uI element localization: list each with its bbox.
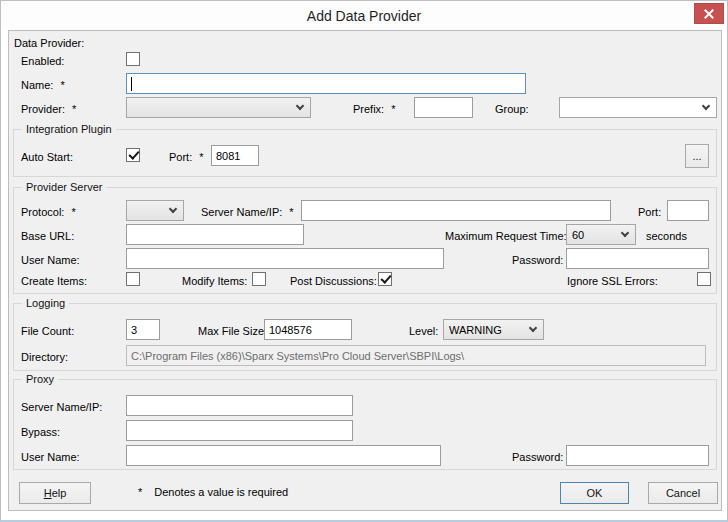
logging-title: Logging — [22, 297, 69, 310]
required-note: *Denotes a value is required — [138, 486, 288, 499]
integration-plugin-title: Integration Plugin — [22, 123, 116, 136]
post-discussions-label: Post Discussions: — [290, 275, 377, 288]
chevron-down-icon — [621, 228, 629, 236]
provider-server-title: Provider Server — [22, 181, 106, 194]
max-file-size-label: Max File Size: — [198, 325, 267, 338]
level-select[interactable]: WARNING — [443, 319, 544, 340]
chevron-down-icon — [529, 323, 537, 331]
chevron-down-icon — [702, 101, 710, 109]
ignore-ssl-label: Ignore SSL Errors: — [567, 275, 658, 288]
proxy-user-name-input[interactable] — [126, 445, 441, 466]
enabled-checkbox[interactable] — [126, 52, 140, 66]
provider-label: Provider:* — [21, 103, 76, 116]
prefix-input[interactable] — [414, 97, 473, 118]
proxy-server-name-input[interactable] — [126, 395, 353, 416]
group-select[interactable] — [559, 97, 717, 118]
level-label: Level: — [409, 325, 438, 338]
server-password-label: Password: — [512, 254, 563, 267]
protocol-select[interactable] — [126, 200, 184, 221]
name-label: Name:* — [21, 79, 65, 92]
server-name-label: Server Name/IP:* — [201, 206, 294, 219]
add-data-provider-dialog: Add Data Provider Data Provider: Enabled… — [0, 0, 728, 522]
max-request-time-label: Maximum Request Time: — [445, 230, 567, 243]
provider-select[interactable] — [126, 97, 311, 118]
name-input[interactable] — [126, 73, 526, 94]
file-count-label: File Count: — [21, 325, 74, 338]
ok-button[interactable]: OK — [560, 482, 629, 504]
proxy-password-label: Password: — [512, 451, 563, 464]
protocol-label: Protocol:* — [21, 206, 76, 219]
server-user-name-label: User Name: — [21, 254, 80, 267]
plugin-port-input[interactable] — [211, 145, 259, 166]
max-file-size-input[interactable] — [264, 319, 352, 340]
server-user-name-input[interactable] — [126, 248, 444, 269]
seconds-label: seconds — [646, 230, 687, 243]
proxy-server-name-label: Server Name/IP: — [21, 401, 102, 414]
browse-button[interactable]: ... — [685, 144, 709, 168]
create-items-checkbox[interactable] — [126, 272, 140, 286]
chevron-down-icon — [296, 101, 304, 109]
data-provider-section-label: Data Provider: — [14, 37, 84, 50]
base-url-label: Base URL: — [21, 230, 74, 243]
bypass-input[interactable] — [126, 420, 353, 441]
file-count-input[interactable] — [126, 319, 160, 340]
auto-start-checkbox[interactable] — [126, 148, 140, 162]
close-button[interactable] — [694, 3, 724, 24]
prefix-label: Prefix:* — [353, 103, 395, 116]
server-password-input[interactable] — [566, 248, 709, 269]
bypass-label: Bypass: — [21, 426, 60, 439]
post-discussions-checkbox[interactable] — [378, 272, 392, 286]
close-icon — [704, 9, 714, 19]
help-button[interactable]: Help — [19, 482, 91, 504]
enabled-label: Enabled: — [21, 55, 64, 68]
plugin-port-label: Port:* — [169, 151, 204, 164]
proxy-password-input[interactable] — [566, 445, 709, 466]
ignore-ssl-checkbox[interactable] — [697, 272, 711, 286]
chevron-down-icon — [169, 204, 177, 212]
integration-plugin-groupbox: Integration Plugin — [13, 129, 717, 177]
create-items-label: Create Items: — [21, 275, 87, 288]
group-label: Group: — [495, 103, 529, 116]
title-bar: Add Data Provider — [1, 1, 727, 30]
dialog-title: Add Data Provider — [1, 8, 727, 24]
proxy-user-name-label: User Name: — [21, 451, 80, 464]
directory-field — [126, 345, 706, 366]
proxy-title: Proxy — [22, 373, 58, 386]
modify-items-label: Modify Items: — [182, 275, 247, 288]
directory-label: Directory: — [21, 351, 68, 364]
modify-items-checkbox[interactable] — [252, 272, 266, 286]
server-port-input[interactable] — [667, 200, 709, 221]
server-name-input[interactable] — [301, 200, 611, 221]
base-url-input[interactable] — [126, 224, 304, 245]
cancel-button[interactable]: Cancel — [648, 482, 718, 504]
text-caret — [131, 77, 132, 91]
max-request-time-select[interactable]: 60 — [566, 224, 636, 245]
auto-start-label: Auto Start: — [21, 151, 73, 164]
